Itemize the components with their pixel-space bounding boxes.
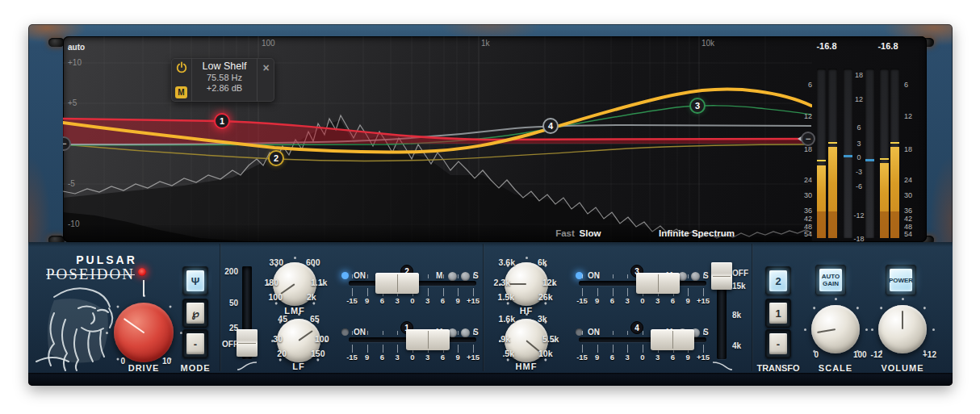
transfo-button-1[interactable]: 1 bbox=[765, 299, 791, 328]
mode-button-neutral[interactable]: - bbox=[182, 329, 208, 358]
band1-gain-scale: -159630369+15 bbox=[345, 353, 480, 362]
scale-label: 9 bbox=[681, 296, 695, 305]
scale-label: +15 bbox=[466, 353, 480, 362]
band2-gain-handle[interactable] bbox=[375, 273, 419, 294]
band1-side-label[interactable]: S bbox=[473, 328, 479, 337]
power-button[interactable]: POWER bbox=[886, 265, 916, 295]
lf-label-bl: 20 bbox=[277, 349, 287, 358]
eq-node-3[interactable]: 3 bbox=[689, 98, 706, 114]
section-divider bbox=[483, 244, 484, 371]
scale-label: 42 bbox=[789, 215, 812, 223]
hmf-label: HMF bbox=[486, 362, 567, 371]
scale-label: SCALE bbox=[807, 363, 864, 373]
transfo-button-off[interactable]: - bbox=[765, 329, 791, 358]
mode-button-rho[interactable]: ℘ bbox=[182, 299, 208, 328]
band2-on-led[interactable] bbox=[341, 272, 349, 279]
scale-label: 6 bbox=[436, 296, 450, 305]
psi-glyph: Ψ bbox=[186, 270, 204, 291]
band3-gain-handle[interactable] bbox=[636, 273, 680, 294]
hp-label-200: 200 bbox=[210, 267, 238, 276]
band2-side-label[interactable]: S bbox=[473, 271, 479, 280]
eq-node-4[interactable]: 4 bbox=[542, 118, 559, 134]
scale-label: 0 bbox=[405, 296, 420, 305]
hp-label-off: OFF bbox=[210, 340, 238, 349]
band4-side-label[interactable]: S bbox=[703, 328, 709, 337]
band3-gain-scale: -159630369+15 bbox=[575, 296, 710, 305]
drive-label: DRIVE bbox=[111, 363, 176, 373]
scale-label: 36 bbox=[789, 207, 812, 215]
scale-label: 3 bbox=[390, 296, 404, 305]
auto-gain-button[interactable]: AUTOGAIN bbox=[815, 265, 846, 295]
scale-label: 24 bbox=[904, 176, 927, 184]
section-divider bbox=[752, 244, 753, 371]
scale-label: 30 bbox=[904, 191, 927, 199]
scale-label: -15 bbox=[345, 353, 359, 362]
band4-gain-handle[interactable] bbox=[651, 329, 694, 350]
output-meter-scale: 61218243036424854 bbox=[904, 36, 927, 242]
hmf-label-br: 10k bbox=[538, 349, 553, 358]
lowpass-curve-icon bbox=[711, 360, 734, 371]
freq-label-10k: 10k bbox=[701, 39, 714, 48]
scale-label: 18 bbox=[789, 145, 812, 153]
transfo-button-2[interactable]: 2 bbox=[765, 266, 791, 295]
lf-label: LF bbox=[258, 362, 339, 371]
band1-gain-handle[interactable] bbox=[406, 329, 450, 350]
lmf-knob[interactable]: 330 600 180 1.1k 100 2k LMF bbox=[273, 262, 316, 306]
scale-label: +15 bbox=[696, 353, 710, 362]
eq-node-1[interactable]: 1 bbox=[214, 113, 230, 129]
hf-label-r: 12k bbox=[542, 278, 557, 287]
band1-on-led[interactable] bbox=[341, 328, 349, 336]
drive-knob[interactable] bbox=[114, 303, 174, 362]
plugin-window: auto 100 1k 10k +10 +5 -5 -10 1 2 3 4 − … bbox=[28, 24, 953, 386]
section-divider bbox=[220, 244, 221, 371]
lf-knob[interactable]: 45 65 30 100 20 150 LF bbox=[277, 319, 320, 362]
screw-top-left bbox=[48, 38, 65, 47]
bottom-rail bbox=[28, 373, 953, 386]
hf-label-br: 26k bbox=[538, 292, 553, 302]
scale-label: 9 bbox=[450, 296, 465, 305]
power-icon[interactable] bbox=[175, 61, 188, 74]
scale-label: 12 bbox=[904, 112, 927, 120]
lf-label-br: 150 bbox=[311, 349, 325, 358]
hf-label-l: 2.3k bbox=[494, 278, 510, 287]
auto-toggle[interactable]: auto bbox=[68, 43, 85, 52]
tooltip-frequency: 75.58 Hz bbox=[192, 73, 257, 82]
power-label: POWER bbox=[889, 277, 913, 284]
hp-filter-slider-handle[interactable] bbox=[237, 329, 258, 357]
hf-knob[interactable]: 3.6k 6k 2.3k 12k 1.5k 26k HF bbox=[505, 262, 548, 306]
scale-label: 3 bbox=[620, 353, 634, 362]
volume-knob[interactable] bbox=[878, 305, 927, 353]
mid-mode-button[interactable]: M bbox=[175, 86, 187, 98]
scale-label: 0 bbox=[635, 296, 650, 305]
scale-knob[interactable] bbox=[811, 305, 860, 353]
transfo-1-glyph: 1 bbox=[769, 303, 787, 324]
close-icon[interactable]: × bbox=[262, 61, 269, 102]
scale-label: 24 bbox=[789, 176, 812, 184]
spectrum-mode[interactable]: Infinite Spectrum bbox=[628, 228, 765, 238]
lmf-label-l: 180 bbox=[264, 278, 279, 287]
scale-min-label: 0 bbox=[799, 350, 819, 359]
lp-label-8k: 8k bbox=[732, 311, 741, 320]
hp-label-50: 50 bbox=[210, 299, 238, 307]
scale-label: 6 bbox=[436, 353, 450, 362]
scale-label: 54 bbox=[904, 230, 927, 238]
mode-button-psi[interactable]: Ψ bbox=[182, 266, 208, 295]
scale-label: 30 bbox=[789, 191, 812, 199]
hmf-label-l: .9k bbox=[498, 334, 510, 344]
lp-filter-slider-handle[interactable] bbox=[711, 262, 732, 290]
hf-label-bl: 1.5k bbox=[498, 292, 514, 302]
highpass-curve-icon bbox=[236, 360, 258, 371]
input-meter-bar-r bbox=[828, 69, 837, 238]
gain-meter-bar-r bbox=[865, 69, 874, 238]
band3-side-label[interactable]: S bbox=[703, 271, 709, 280]
drive-led bbox=[138, 268, 146, 276]
scale-label: 6 bbox=[375, 353, 390, 362]
spectrum-speed-slow[interactable]: Slow bbox=[566, 228, 614, 238]
lmf-label-bl: 100 bbox=[268, 292, 283, 302]
scale-label: 36 bbox=[904, 207, 927, 215]
hmf-knob[interactable]: 1.6k 3k .9k 5.5k .5k 10k HMF bbox=[505, 319, 548, 362]
db-label-p10: +10 bbox=[68, 58, 82, 67]
eq-node-2[interactable]: 2 bbox=[268, 150, 284, 166]
hmf-label-bl: .5k bbox=[502, 349, 514, 358]
lf-label-l: 30 bbox=[273, 334, 283, 344]
